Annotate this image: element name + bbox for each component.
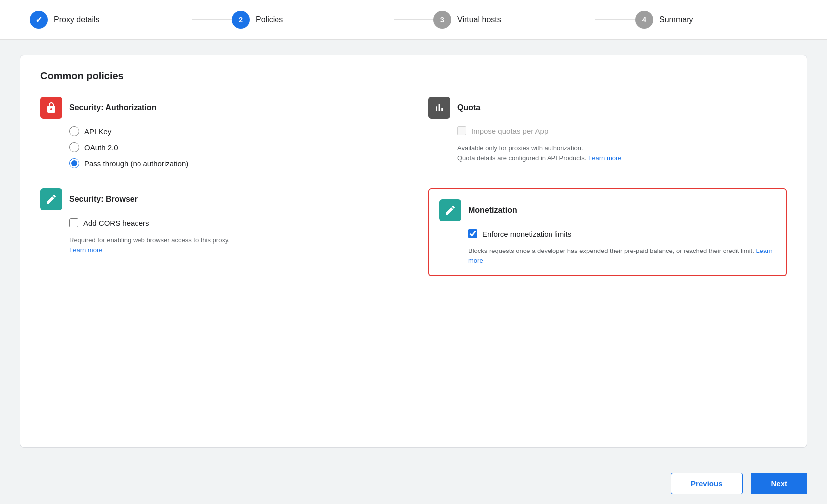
cors-checkbox-option[interactable]: Add CORS headers bbox=[69, 218, 399, 227]
quota-description-text: Available only for proxies with authoriz… bbox=[457, 144, 588, 162]
auth-radio-options: API Key OAuth 2.0 Pass through (no autho… bbox=[40, 126, 399, 168]
radio-option-pass-through[interactable]: Pass through (no authorization) bbox=[69, 158, 399, 168]
monetization-icon bbox=[439, 199, 461, 221]
step-circle-3: 3 bbox=[433, 11, 451, 29]
checkmark-icon: ✓ bbox=[35, 14, 43, 25]
monetization-box: Monetization Enforce monetization limits… bbox=[428, 188, 787, 276]
monetization-enforce-option[interactable]: Enforce monetization limits bbox=[468, 229, 776, 238]
monetization-checkbox-options: Enforce monetization limits bbox=[439, 229, 776, 238]
step-proxy-details[interactable]: ✓ Proxy details bbox=[30, 11, 192, 29]
step-connector-1 bbox=[192, 19, 232, 20]
edit-icon bbox=[45, 193, 57, 205]
step-circle-4: 4 bbox=[635, 11, 653, 29]
card-title: Common policies bbox=[40, 70, 787, 82]
step-summary[interactable]: 4 Summary bbox=[635, 11, 797, 29]
browser-description-text: Required for enabling web browser access… bbox=[69, 236, 230, 244]
browser-learn-more-link[interactable]: Learn more bbox=[69, 246, 102, 253]
monetization-enforce-label: Enforce monetization limits bbox=[482, 230, 571, 238]
cors-checkbox[interactable] bbox=[69, 218, 78, 227]
monetization-enforce-checkbox[interactable] bbox=[468, 229, 477, 238]
quota-section: Quota Impose quotas per App Available on… bbox=[428, 97, 787, 168]
security-browser-header: Security: Browser bbox=[40, 188, 399, 210]
monetization-section: Monetization Enforce monetization limits… bbox=[428, 188, 787, 276]
step-connector-2 bbox=[394, 19, 433, 20]
cors-checkbox-label: Add CORS headers bbox=[83, 219, 149, 227]
quota-header: Quota bbox=[428, 97, 787, 119]
radio-oauth2[interactable] bbox=[69, 142, 79, 152]
security-browser-title: Security: Browser bbox=[69, 195, 138, 204]
monetization-edit-icon bbox=[444, 204, 456, 216]
security-auth-header: Security: Authorization bbox=[40, 97, 399, 119]
next-button[interactable]: Next bbox=[751, 473, 807, 494]
policies-card: Common policies Security: Authorization … bbox=[20, 55, 807, 448]
lock-icon bbox=[45, 102, 57, 114]
footer: Previous Next bbox=[0, 463, 827, 504]
quota-title: Quota bbox=[457, 103, 480, 112]
bar-chart-icon bbox=[433, 102, 445, 114]
quota-learn-more-link[interactable]: Learn more bbox=[588, 154, 621, 162]
radio-label-oauth2: OAuth 2.0 bbox=[84, 143, 118, 152]
security-auth-title: Security: Authorization bbox=[69, 103, 156, 112]
monetization-description: Blocks requests once a developer has exp… bbox=[439, 246, 776, 265]
quota-checkbox-options: Impose quotas per App bbox=[428, 126, 787, 135]
policies-grid: Security: Authorization API Key OAuth 2.… bbox=[40, 97, 787, 276]
step-number-3: 3 bbox=[440, 15, 444, 24]
radio-label-api-key: API Key bbox=[84, 127, 111, 136]
radio-api-key[interactable] bbox=[69, 126, 79, 136]
browser-checkbox-options: Add CORS headers bbox=[40, 218, 399, 227]
step-policies[interactable]: 2 Policies bbox=[232, 11, 394, 29]
security-authorization-section: Security: Authorization API Key OAuth 2.… bbox=[40, 97, 399, 168]
step-label-summary: Summary bbox=[659, 15, 693, 24]
monetization-header: Monetization bbox=[439, 199, 776, 221]
security-browser-icon bbox=[40, 188, 62, 210]
monetization-title: Monetization bbox=[468, 206, 517, 215]
step-label-virtual-hosts: Virtual hosts bbox=[457, 15, 501, 24]
quota-checkbox-option[interactable]: Impose quotas per App bbox=[457, 126, 787, 135]
radio-label-pass-through: Pass through (no authorization) bbox=[84, 159, 188, 168]
step-number-4: 4 bbox=[642, 15, 646, 24]
stepper: ✓ Proxy details 2 Policies 3 Virtual hos… bbox=[0, 0, 827, 40]
quota-description: Available only for proxies with authoriz… bbox=[428, 143, 787, 163]
quota-checkbox-label: Impose quotas per App bbox=[471, 127, 548, 135]
monetization-description-text: Blocks requests once a developer has exp… bbox=[468, 247, 756, 254]
main-content: Common policies Security: Authorization … bbox=[0, 40, 827, 463]
browser-description: Required for enabling web browser access… bbox=[40, 235, 399, 254]
radio-option-api-key[interactable]: API Key bbox=[69, 126, 399, 136]
security-browser-section: Security: Browser Add CORS headers Requi… bbox=[40, 188, 399, 276]
step-connector-3 bbox=[595, 19, 635, 20]
step-label-proxy-details: Proxy details bbox=[54, 15, 100, 24]
radio-option-oauth2[interactable]: OAuth 2.0 bbox=[69, 142, 399, 152]
quota-checkbox[interactable] bbox=[457, 126, 466, 135]
security-auth-icon bbox=[40, 97, 62, 119]
step-label-policies: Policies bbox=[256, 15, 283, 24]
step-number-2: 2 bbox=[239, 15, 243, 24]
step-circle-1: ✓ bbox=[30, 11, 48, 29]
radio-pass-through[interactable] bbox=[69, 158, 79, 168]
previous-button[interactable]: Previous bbox=[671, 473, 743, 494]
step-circle-2: 2 bbox=[232, 11, 250, 29]
step-virtual-hosts[interactable]: 3 Virtual hosts bbox=[433, 11, 595, 29]
quota-icon bbox=[428, 97, 450, 119]
